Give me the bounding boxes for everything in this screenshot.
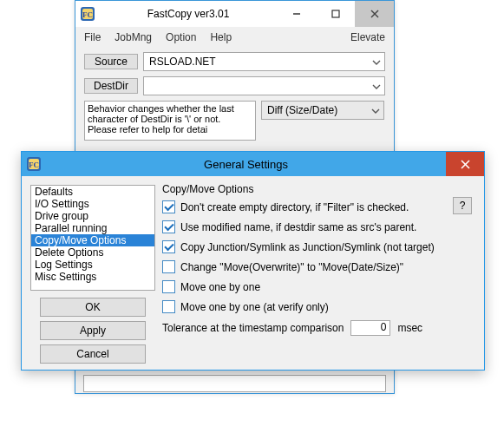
option-label: Change "Move(Overwrite)" to "Move(Date/S… [180,261,403,273]
source-button[interactable]: Source [84,54,138,69]
checkbox-icon[interactable] [162,200,175,213]
menu-elevate[interactable]: Elevate [350,31,385,43]
checkbox-icon[interactable] [162,280,175,293]
category-delete-options[interactable]: Delete Options [31,246,154,259]
general-settings-dialog: FC General Settings Defaults I/O Setting… [21,151,485,371]
option-no-empty-dir[interactable]: Don't create empty directory, if "Filter… [162,200,475,213]
source-combo[interactable]: RSLOAD.NET [143,52,385,71]
app-icon: FC [27,157,41,171]
option-use-modified-name[interactable]: Use modified name, if destdir same as sr… [162,220,475,233]
category-drive-group[interactable]: Drive group [31,210,154,222]
option-label: Move one by one [180,281,260,293]
diff-mode-value: Diff (Size/Date) [267,104,337,116]
tolerance-unit: msec [397,322,422,334]
chevron-down-icon [372,80,381,92]
dialog-titlebar: FC General Settings [22,152,484,176]
checkbox-icon[interactable] [162,220,175,233]
option-label: Use modified name, if destdir same as sr… [180,221,416,233]
tolerance-label: Tolerance at the timestamp comparison [162,322,344,334]
options-panel: Copy/Move Options ? Don't create empty d… [162,183,475,363]
svg-rect-4 [332,10,339,17]
menu-option[interactable]: Option [166,31,196,43]
destdir-combo[interactable] [143,76,385,95]
chevron-down-icon [372,56,381,68]
maximize-button[interactable] [316,1,355,27]
log-box [83,375,386,392]
menu-file[interactable]: File [84,31,101,43]
category-list[interactable]: Defaults I/O Settings Drive group Parall… [30,185,155,291]
option-copy-junction-symlink[interactable]: Copy Junction/Symlink as Junction/Symlin… [162,240,475,253]
svg-text:FC: FC [82,10,93,19]
help-button[interactable]: ? [453,197,472,214]
category-defaults[interactable]: Defaults [31,186,154,198]
cancel-button[interactable]: Cancel [40,344,146,364]
destdir-button[interactable]: DestDir [84,78,138,94]
source-value: RSLOAD.NET [149,56,372,68]
menu-jobmng[interactable]: JobMng [115,31,152,43]
menubar: File JobMng Option Help Elevate [75,27,394,49]
behavior-text: Behavior changes whether the last charac… [84,101,256,141]
dialog-close-button[interactable] [446,152,484,176]
window-title: FastCopy ver3.01 [100,8,277,20]
category-misc-settings[interactable]: Misc Settings [31,271,154,283]
category-io-settings[interactable]: I/O Settings [31,198,154,210]
close-button[interactable] [355,1,394,27]
tolerance-input[interactable]: 0 [350,320,390,336]
option-move-one-by-one-verify[interactable]: Move one by one (at verify only) [162,300,475,313]
ok-button[interactable]: OK [40,298,146,317]
category-copy-move-options[interactable]: Copy/Move Options [31,234,154,246]
titlebar: FC FastCopy ver3.01 [75,1,394,27]
tolerance-row: Tolerance at the timestamp comparison 0 … [162,320,475,336]
option-label: Don't create empty directory, if "Filter… [180,201,409,213]
minimize-button[interactable] [277,1,316,27]
menu-help[interactable]: Help [210,31,232,43]
svg-text:FC: FC [29,161,39,169]
diff-mode-combo[interactable]: Diff (Size/Date) [261,101,384,120]
option-label: Copy Junction/Symlink as Junction/Symlin… [180,241,435,253]
checkbox-icon[interactable] [162,260,175,273]
category-parallel-running[interactable]: Parallel running [31,222,154,234]
option-change-move-overwrite[interactable]: Change "Move(Overwrite)" to "Move(Date/S… [162,260,475,273]
checkbox-icon[interactable] [162,240,175,253]
option-move-one-by-one[interactable]: Move one by one [162,280,475,293]
panel-heading: Copy/Move Options [162,183,475,195]
app-icon: FC [81,7,95,21]
apply-button[interactable]: Apply [40,321,146,340]
dialog-title: General Settings [46,158,446,171]
option-label: Move one by one (at verify only) [180,301,329,313]
category-log-settings[interactable]: Log Settings [31,259,154,271]
checkbox-icon[interactable] [162,300,175,313]
chevron-down-icon [371,104,380,116]
